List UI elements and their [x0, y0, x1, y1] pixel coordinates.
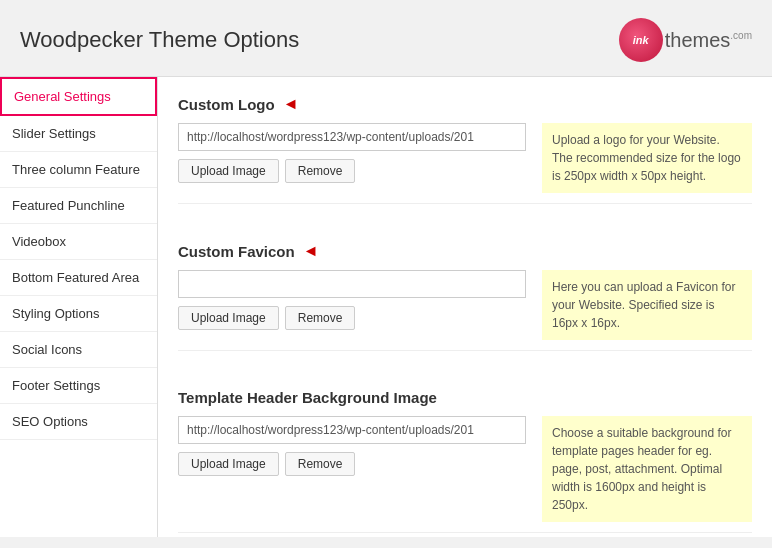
field-left-custom-logo: Upload ImageRemove: [178, 123, 526, 183]
hint-template-header-bg: Choose a suitable background for templat…: [542, 416, 752, 522]
sidebar-item-styling-options[interactable]: Styling Options: [0, 296, 157, 332]
logo: ink themes.com: [619, 18, 752, 62]
field-row-custom-logo: Upload ImageRemoveUpload a logo for your…: [178, 123, 752, 193]
sidebar-item-three-column-feature[interactable]: Three column Feature: [0, 152, 157, 188]
sidebar-item-slider-settings[interactable]: Slider Settings: [0, 116, 157, 152]
logo-brand: themes.com: [665, 29, 752, 52]
hint-custom-logo: Upload a logo for your Website. The reco…: [542, 123, 752, 193]
section-title-custom-favicon: Custom Favicon◄: [178, 242, 752, 260]
page-header: Woodpecker Theme Options ink themes.com: [0, 0, 772, 77]
section-custom-favicon: Custom Favicon◄Upload ImageRemoveHere yo…: [178, 224, 752, 351]
btn-row-custom-logo: Upload ImageRemove: [178, 159, 526, 183]
field-left-template-header-bg: Upload ImageRemove: [178, 416, 526, 476]
section-title-custom-logo: Custom Logo◄: [178, 95, 752, 113]
sidebar-item-social-icons[interactable]: Social Icons: [0, 332, 157, 368]
sidebar-item-footer-settings[interactable]: Footer Settings: [0, 368, 157, 404]
upload-button-custom-favicon[interactable]: Upload Image: [178, 306, 279, 330]
arrow-icon: ◄: [303, 242, 319, 260]
btn-row-template-header-bg: Upload ImageRemove: [178, 452, 526, 476]
field-row-template-header-bg: Upload ImageRemoveChoose a suitable back…: [178, 416, 752, 522]
logo-circle: ink: [619, 18, 663, 62]
main-layout: General SettingsSlider SettingsThree col…: [0, 77, 772, 537]
logo-initial: ink: [633, 34, 649, 46]
sidebar-item-bottom-featured-area[interactable]: Bottom Featured Area: [0, 260, 157, 296]
btn-row-custom-favicon: Upload ImageRemove: [178, 306, 526, 330]
sidebar-item-videobox[interactable]: Videobox: [0, 224, 157, 260]
sidebar-item-featured-punchline[interactable]: Featured Punchline: [0, 188, 157, 224]
sidebar-item-seo-options[interactable]: SEO Options: [0, 404, 157, 440]
section-template-header-bg: Template Header Background ImageUpload I…: [178, 371, 752, 533]
section-custom-logo: Custom Logo◄Upload ImageRemoveUpload a l…: [178, 77, 752, 204]
upload-button-custom-logo[interactable]: Upload Image: [178, 159, 279, 183]
section-title-template-header-bg: Template Header Background Image: [178, 389, 752, 406]
content-area: Custom Logo◄Upload ImageRemoveUpload a l…: [158, 77, 772, 537]
arrow-icon: ◄: [283, 95, 299, 113]
field-left-custom-favicon: Upload ImageRemove: [178, 270, 526, 330]
input-custom-favicon[interactable]: [178, 270, 526, 298]
sidebar-item-general-settings[interactable]: General Settings: [0, 77, 157, 116]
upload-button-template-header-bg[interactable]: Upload Image: [178, 452, 279, 476]
field-row-custom-favicon: Upload ImageRemoveHere you can upload a …: [178, 270, 752, 340]
remove-button-custom-favicon[interactable]: Remove: [285, 306, 356, 330]
hint-custom-favicon: Here you can upload a Favicon for your W…: [542, 270, 752, 340]
remove-button-custom-logo[interactable]: Remove: [285, 159, 356, 183]
page-title: Woodpecker Theme Options: [20, 27, 299, 53]
input-custom-logo[interactable]: [178, 123, 526, 151]
remove-button-template-header-bg[interactable]: Remove: [285, 452, 356, 476]
sidebar: General SettingsSlider SettingsThree col…: [0, 77, 158, 537]
input-template-header-bg[interactable]: [178, 416, 526, 444]
